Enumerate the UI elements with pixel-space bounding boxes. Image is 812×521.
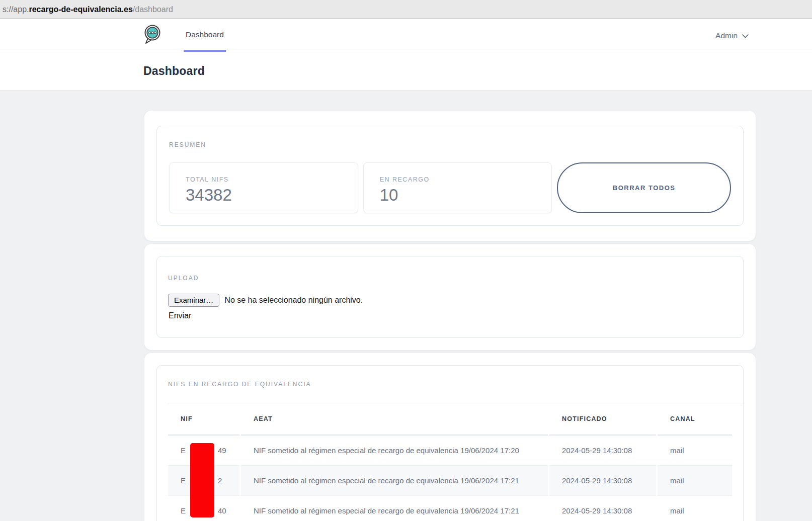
nif-suffix: 40: [218, 506, 226, 515]
nif-suffix: 2: [218, 476, 222, 485]
canal-cell: mail: [658, 436, 732, 466]
stat-en-recargo-label: EN RECARGO: [380, 176, 552, 183]
stats-row: TOTAL NIFS 34382 EN RECARGO 10 BORRAR TO…: [169, 162, 731, 213]
resumen-panel: RESUMEN TOTAL NIFS 34382 EN RECARGO 10 B…: [144, 111, 756, 241]
aeat-cell: NIF sometido al régimen especial de reca…: [241, 466, 548, 496]
app-logo[interactable]: [143, 19, 161, 52]
browser-address-bar[interactable]: s://app.recargo-de-equivalencia.es/dashb…: [0, 0, 812, 19]
upload-section-label: UPLOAD: [168, 275, 728, 282]
upload-card: UPLOAD Examinar… No se ha seleccionado n…: [156, 256, 744, 338]
nif-suffix: 49: [218, 446, 226, 455]
column-header-aeat: AEAT: [241, 403, 548, 436]
table-row: E2 NIF sometido al régimen especial de r…: [168, 466, 732, 496]
redaction-overlay: [190, 443, 214, 517]
canal-cell: mail: [658, 466, 732, 496]
file-input: Examinar… No se ha seleccionado ningún a…: [168, 294, 728, 307]
stat-total-nifs: TOTAL NIFS 34382: [169, 162, 358, 213]
nif-prefix: E: [181, 476, 186, 485]
borrar-todos-button[interactable]: BORRAR TODOS: [557, 162, 731, 213]
admin-dropdown[interactable]: Admin: [715, 19, 749, 52]
column-header-canal: CANAL: [658, 403, 732, 436]
column-header-nif: NIF: [168, 403, 239, 436]
resumen-card: RESUMEN TOTAL NIFS 34382 EN RECARGO 10 B…: [156, 126, 744, 226]
main-content: RESUMEN TOTAL NIFS 34382 EN RECARGO 10 B…: [0, 91, 812, 521]
notificado-cell: 2024-05-29 14:30:08: [549, 466, 656, 496]
chat-bubble-logo-icon: [143, 24, 161, 47]
resumen-section-label: RESUMEN: [169, 141, 731, 148]
notificado-cell: 2024-05-29 14:30:08: [549, 496, 656, 521]
nifs-card: NIFS EN RECARGO DE EQUIVALENCIA NIF AEAT…: [156, 365, 744, 521]
nav-tab-dashboard-label: Dashboard: [186, 30, 224, 39]
stat-en-recargo: EN RECARGO 10: [363, 162, 552, 213]
nav-tab-dashboard[interactable]: Dashboard: [184, 19, 226, 52]
canal-cell: mail: [658, 496, 732, 521]
nifs-panel: NIFS EN RECARGO DE EQUIVALENCIA NIF AEAT…: [144, 353, 756, 521]
notificado-cell: 2024-05-29 14:30:08: [549, 436, 656, 466]
title-bar: Dashboard: [0, 52, 812, 91]
stat-total-nifs-label: TOTAL NIFS: [186, 176, 358, 183]
aeat-cell: NIF sometido al régimen especial de reca…: [241, 436, 548, 466]
no-file-selected-text: No se ha seleccionado ningún archivo.: [224, 296, 363, 305]
nifs-table: NIF AEAT NOTIFICADO CANAL E49 NIF someti…: [167, 403, 734, 521]
nif-prefix: E: [181, 506, 186, 515]
upload-panel: UPLOAD Examinar… No se ha seleccionado n…: [144, 244, 756, 350]
admin-dropdown-label: Admin: [715, 31, 738, 40]
stat-en-recargo-value: 10: [380, 186, 552, 205]
url-prefix: s://app.: [3, 5, 29, 14]
header-spacer: [226, 19, 715, 52]
nifs-section-label: NIFS EN RECARGO DE EQUIVALENCIA: [157, 381, 743, 388]
browse-file-button[interactable]: Examinar…: [168, 294, 219, 307]
page-title: Dashboard: [143, 64, 205, 78]
app-header: Dashboard Admin: [0, 19, 812, 52]
table-row: E40 NIF sometido al régimen especial de …: [168, 496, 732, 521]
url-path: /dashboard: [133, 5, 173, 14]
url-domain: recargo-de-equivalencia.es: [29, 5, 132, 14]
chevron-down-icon: [742, 31, 749, 40]
column-header-notificado: NOTIFICADO: [549, 403, 656, 436]
table-row: E49 NIF sometido al régimen especial de …: [168, 436, 732, 466]
aeat-cell: NIF sometido al régimen especial de reca…: [241, 496, 548, 521]
enviar-button[interactable]: Enviar: [169, 311, 191, 320]
stat-total-nifs-value: 34382: [186, 186, 358, 205]
nif-prefix: E: [181, 446, 186, 455]
